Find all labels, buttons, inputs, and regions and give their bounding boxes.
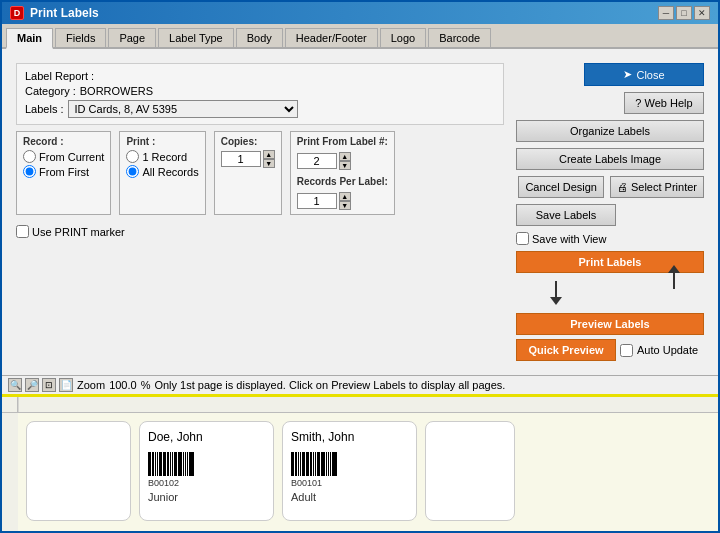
arrow-up-icon [644, 261, 704, 291]
arrow-down-icon [526, 279, 586, 309]
records-per-label-up-button[interactable]: ▲ [339, 192, 351, 201]
right-panel: ➤ Close ? Web Help Organize Labels Creat… [512, 55, 712, 369]
v-ruler-svg [2, 413, 18, 531]
zoom-value: 100.0 [109, 379, 137, 391]
preview-section: Preview Labels Quick Preview Auto Update [516, 313, 704, 361]
category-row: Category : BORROWERS [25, 85, 495, 97]
records-per-label-down-button[interactable]: ▼ [339, 201, 351, 210]
window-title: Print Labels [30, 6, 99, 20]
category-label: Category : [25, 85, 76, 97]
records-per-label-spin-buttons: ▲ ▼ [339, 192, 351, 210]
app-icon: D [10, 6, 24, 20]
print-from-spinner: ▲ ▼ [297, 152, 388, 170]
zoom-page-icon[interactable]: 📄 [59, 378, 73, 392]
from-first-option[interactable]: From First [23, 165, 104, 178]
copies-input[interactable] [221, 151, 261, 167]
all-records-option[interactable]: All Records [126, 165, 198, 178]
doe-barcode: B00102 [148, 448, 265, 488]
from-current-option[interactable]: From Current [23, 150, 104, 163]
preview-labels-button[interactable]: Preview Labels [516, 313, 704, 335]
one-record-option[interactable]: 1 Record [126, 150, 198, 163]
one-record-radio[interactable] [126, 150, 139, 163]
all-records-radio[interactable] [126, 165, 139, 178]
auto-update-checkbox[interactable] [620, 344, 633, 357]
from-current-radio[interactable] [23, 150, 36, 163]
quick-preview-button[interactable]: Quick Preview [516, 339, 616, 361]
svg-rect-6 [2, 413, 18, 531]
labels-select[interactable]: ID Cards, 8, AV 5395 ID Cards, 4, AV 539… [68, 100, 298, 118]
tab-main[interactable]: Main [6, 28, 53, 49]
print-from-up-button[interactable]: ▲ [339, 152, 351, 161]
svg-marker-1 [550, 297, 562, 305]
zoom-controls: 🔍 🔎 ⊡ 📄 [8, 378, 73, 392]
minimize-button[interactable]: ─ [658, 6, 674, 20]
auto-update-row[interactable]: Auto Update [620, 344, 698, 357]
close-button[interactable]: ➤ Close [584, 63, 704, 86]
copies-up-button[interactable]: ▲ [263, 150, 275, 159]
copies-down-button[interactable]: ▼ [263, 159, 275, 168]
label-info-box: Label Report : Category : BORROWERS Labe… [16, 63, 504, 125]
labels-row: Labels : ID Cards, 8, AV 5395 ID Cards, … [25, 100, 495, 118]
vertical-ruler [2, 413, 18, 531]
web-help-button[interactable]: ? Web Help [624, 92, 704, 114]
smith-barcode: B00101 [291, 448, 408, 488]
from-first-radio[interactable] [23, 165, 36, 178]
cancel-design-button[interactable]: Cancel Design [518, 176, 604, 198]
options-row: Record : From Current From First [16, 131, 504, 215]
print-from-box: Print From Label #: ▲ ▼ Records Per Labe… [290, 131, 395, 215]
print-radio-group: 1 Record All Records [126, 150, 198, 178]
tab-header-footer[interactable]: Header/Footer [285, 28, 378, 47]
close-window-button[interactable]: ✕ [694, 6, 710, 20]
print-from-input[interactable] [297, 153, 337, 169]
maximize-button[interactable]: □ [676, 6, 692, 20]
main-window: D Print Labels ─ □ ✕ Main Fields Page La… [0, 0, 720, 533]
zoom-label: Zoom [77, 379, 105, 391]
print-labels-area: Print Labels [516, 251, 704, 277]
label-card-doe: Doe, John [139, 421, 274, 521]
from-current-label: From Current [39, 151, 104, 163]
print-box: Print : 1 Record All Records [119, 131, 205, 215]
record-box: Record : From Current From First [16, 131, 111, 215]
use-print-marker-label: Use PRINT marker [32, 226, 125, 238]
tab-body[interactable]: Body [236, 28, 283, 47]
title-bar: D Print Labels ─ □ ✕ [2, 2, 718, 24]
records-per-label-input[interactable] [297, 193, 337, 209]
cancel-select-row: Cancel Design 🖨 Select Printer [516, 176, 704, 198]
select-printer-button[interactable]: 🖨 Select Printer [610, 176, 704, 198]
tab-page[interactable]: Page [108, 28, 156, 47]
use-print-marker-checkbox[interactable] [16, 225, 29, 238]
doe-barcode-image [148, 448, 195, 476]
print-from-down-button[interactable]: ▼ [339, 161, 351, 170]
doe-type: Junior [148, 491, 265, 503]
preview-area: Doe, John [2, 394, 718, 531]
printer-icon: 🖨 [617, 181, 628, 193]
print-from-label: Print From Label #: [297, 136, 388, 147]
save-labels-button[interactable]: Save Labels [516, 204, 616, 226]
use-print-marker-row[interactable]: Use PRINT marker [16, 225, 504, 238]
save-with-view-checkbox[interactable] [516, 232, 529, 245]
save-row: Save Labels [516, 204, 704, 226]
zoom-out-icon[interactable]: 🔎 [25, 378, 39, 392]
web-help-row: ? Web Help [516, 92, 704, 114]
tab-fields[interactable]: Fields [55, 28, 106, 47]
tab-logo[interactable]: Logo [380, 28, 426, 47]
doe-name: Doe, John [148, 430, 265, 444]
save-with-view-row[interactable]: Save with View [516, 232, 704, 245]
status-message: Only 1st page is displayed. Click on Pre… [154, 379, 505, 391]
top-section: Label Report : Category : BORROWERS Labe… [2, 49, 718, 375]
svg-marker-3 [668, 265, 680, 273]
print-from-spin-buttons: ▲ ▼ [339, 152, 351, 170]
h-ruler-svg [18, 397, 718, 413]
create-labels-image-button[interactable]: Create Labels Image [516, 148, 704, 170]
labels-container: Doe, John [18, 413, 718, 531]
left-panel: Label Report : Category : BORROWERS Labe… [8, 55, 512, 369]
zoom-in-icon[interactable]: 🔍 [8, 378, 22, 392]
ruler-corner [2, 397, 18, 413]
zoom-fit-icon[interactable]: ⊡ [42, 378, 56, 392]
tab-label-type[interactable]: Label Type [158, 28, 234, 47]
smith-barcode-num: B00101 [291, 478, 322, 488]
copies-label: Copies: [221, 136, 275, 147]
tab-barcode[interactable]: Barcode [428, 28, 491, 47]
organize-labels-button[interactable]: Organize Labels [516, 120, 704, 142]
records-per-label-spinner: ▲ ▼ [297, 192, 388, 210]
